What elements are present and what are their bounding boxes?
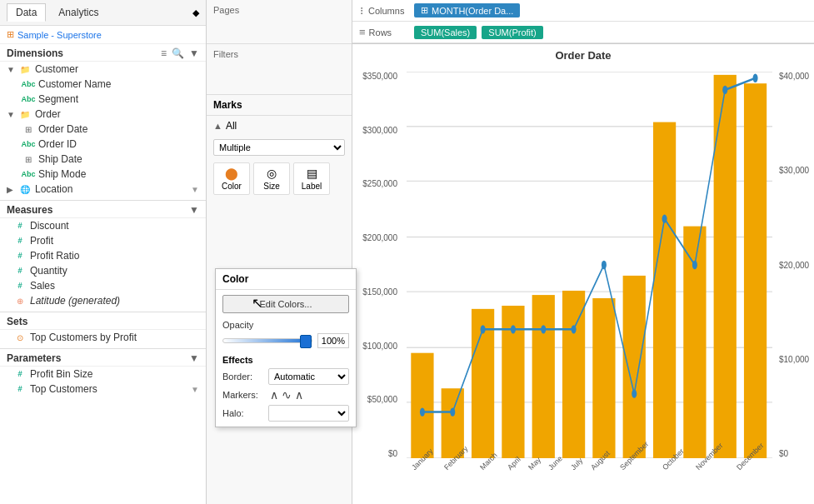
opacity-value[interactable]: 100% (317, 333, 349, 348)
ship-mode-item[interactable]: Abc Ship Mode (0, 167, 206, 182)
color-popup-content: Edit Colors... Opacity 100% Effects Bord… (216, 290, 356, 427)
expand-icon[interactable]: ▼ (189, 204, 199, 216)
set-icon: ⊙ (12, 333, 28, 342)
marks-type-dropdown[interactable]: Multiple Automatic Bar Line Area Circle … (213, 139, 345, 156)
dot-oct (692, 261, 697, 269)
marker-line-icon[interactable]: ∧ (270, 388, 278, 402)
x-label-jul: July (569, 457, 584, 472)
marks-all-label: All (226, 120, 237, 132)
y-right-20k: $20,000 (779, 261, 809, 270)
dimensions-header: Dimensions ≡ 🔍 ▼ (0, 44, 206, 62)
discount-label: Discount (30, 220, 69, 232)
markers-row: Markers: ∧ ∿ ∧ (222, 388, 349, 402)
y-tick-100k: $100,000 (362, 342, 397, 351)
order-id-item[interactable]: Abc Order ID (0, 137, 206, 152)
analytics-tab[interactable]: Analytics (49, 3, 107, 22)
order-parent[interactable]: ▼ 📁 Order (0, 107, 206, 122)
profit-item[interactable]: ＃ Profit (0, 233, 206, 248)
segment-label: Segment (38, 93, 78, 105)
latitude-item[interactable]: ⊕ Latitude (generated) (0, 293, 206, 308)
opacity-thumb[interactable] (300, 335, 312, 348)
sets-label: Sets (7, 316, 27, 327)
pages-label: Pages (213, 5, 345, 15)
rows-icon: ≡ (359, 26, 366, 38)
dot-nov (722, 86, 727, 94)
expand-arrow: ▶ (7, 185, 17, 194)
y-tick-150k: $150,000 (362, 287, 397, 297)
sidebar-dropdown[interactable]: ◆ (192, 7, 199, 18)
date-icon: ⊞ (20, 125, 37, 134)
opacity-row: 100% (222, 333, 349, 348)
opacity-slider[interactable] (222, 338, 312, 343)
geo-icon: 🌐 (17, 185, 33, 194)
dot-jan (420, 407, 425, 416)
customer-name-item[interactable]: Abc Customer Name (0, 77, 206, 92)
top-customers-param-label: Top Customers (30, 383, 97, 395)
segment-item[interactable]: Abc Segment (0, 92, 206, 107)
expand-icon[interactable]: ▼ (189, 47, 199, 59)
list-icon[interactable]: ≡ (161, 47, 167, 59)
rows-label: ≡ Rows (359, 26, 409, 38)
border-dropdown[interactable]: Automatic None (268, 368, 349, 385)
order-group: ▼ 📁 Order ⊞ Order Date Abc Order ID ⊞ (0, 107, 206, 182)
marker-smooth-icon[interactable]: ∿ (282, 388, 292, 402)
bar-aug (623, 276, 646, 458)
columns-icon: ⫶ (359, 4, 365, 17)
dot-mar (481, 325, 486, 333)
measure-icon: ＃ (12, 250, 28, 262)
scroll-down-icon: ▼ (191, 185, 199, 194)
rows-pill-profit[interactable]: SUM(Profit) (482, 26, 542, 39)
data-tab[interactable]: Data (7, 3, 46, 22)
color-popup-title: Color (216, 269, 356, 290)
ship-mode-label: Ship Mode (38, 168, 86, 180)
customer-parent[interactable]: ▼ 📁 Customer (0, 62, 206, 77)
parameters-header: Parameters ▼ (0, 348, 206, 367)
measure-icon: ＃ (12, 220, 28, 232)
rows-pill-sales[interactable]: SUM(Sales) (414, 26, 477, 39)
size-button[interactable]: ◎ Size (253, 162, 290, 195)
abc-icon: Abc (20, 80, 37, 88)
order-date-item[interactable]: ⊞ Order Date (0, 122, 206, 137)
discount-item[interactable]: ＃ Discount (0, 218, 206, 233)
profit-label: Profit (30, 235, 53, 247)
top-customers-set-item[interactable]: ⊙ Top Customers by Profit (0, 330, 206, 345)
measure-icon: ＃ (12, 383, 28, 395)
chevron-icon: ▲ (213, 121, 222, 131)
quantity-item[interactable]: ＃ Quantity (0, 263, 206, 278)
color-button[interactable]: ⬤ Color (213, 162, 250, 195)
location-parent[interactable]: ▶ 🌐 Location ▼ (0, 182, 206, 197)
halo-dropdown[interactable] (268, 405, 349, 422)
folder-icon: 📁 (17, 110, 33, 119)
abc-icon: Abc (20, 95, 37, 103)
edit-colors-button[interactable]: Edit Colors... (222, 295, 349, 313)
ship-date-item[interactable]: ⊞ Ship Date (0, 152, 206, 167)
sales-item[interactable]: ＃ Sales (0, 278, 206, 293)
marker-none-icon[interactable]: ∧ (295, 388, 303, 402)
pages-section: Pages (207, 0, 352, 44)
profit-ratio-label: Profit Ratio (30, 250, 79, 262)
top-customers-param-item[interactable]: ＃ Top Customers ▼ (0, 382, 206, 397)
profit-bin-item[interactable]: ＃ Profit Bin Size (0, 367, 206, 382)
sets-header: Sets (0, 312, 206, 330)
label-button[interactable]: ▤ Label (293, 162, 330, 195)
marks-type-select[interactable]: Multiple Automatic Bar Line Area Circle … (213, 139, 345, 156)
filters-label: Filters (213, 49, 345, 59)
folder-icon: 📁 (17, 65, 33, 74)
dot-aug (632, 390, 637, 398)
measure-icon: ＃ (12, 265, 28, 277)
search-icon[interactable]: 🔍 (172, 47, 184, 59)
y-right-40k: $40,000 (779, 72, 809, 81)
profit-ratio-item[interactable]: ＃ Profit Ratio (0, 248, 206, 263)
main-layout: Data Analytics ◆ ⊞ Sample - Superstore D… (0, 0, 814, 504)
abc-icon: Abc (20, 170, 37, 178)
dimensions-label: Dimensions (7, 47, 63, 59)
rows-pill1-label: SUM(Sales) (421, 27, 470, 37)
datasource-row[interactable]: ⊞ Sample - Superstore (0, 26, 206, 44)
marks-header: Marks (207, 95, 352, 116)
opacity-label: Opacity (222, 320, 349, 330)
calendar-icon: ⊞ (421, 5, 428, 16)
datasource-name[interactable]: Sample - Superstore (17, 30, 102, 40)
columns-pill[interactable]: ⊞ MONTH(Order Da... (414, 3, 520, 17)
y-tick-300k: $300,000 (362, 126, 397, 135)
expand-icon[interactable]: ▼ (189, 352, 199, 364)
